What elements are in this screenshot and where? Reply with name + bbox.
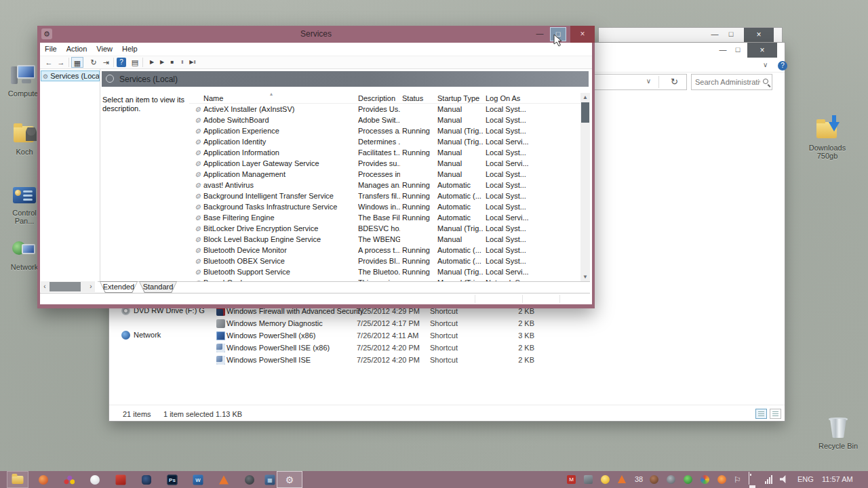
tray-camera-icon[interactable] xyxy=(667,475,675,484)
column-header-name[interactable]: Name xyxy=(203,94,223,102)
export-list-button[interactable]: ⇥ xyxy=(100,57,112,68)
ribbon-expand-icon[interactable]: ∨ xyxy=(763,61,768,68)
service-row[interactable]: BitLocker Drive Encryption Service BDESV… xyxy=(189,223,580,234)
service-row[interactable]: Block Level Backup Engine Service The WB… xyxy=(189,234,580,245)
scrollbar-thumb[interactable] xyxy=(581,102,589,123)
tab-extended[interactable]: Extended xyxy=(100,281,138,293)
menu-item[interactable]: View xyxy=(92,43,117,53)
menu-item[interactable]: File xyxy=(40,43,62,53)
window-title: Services xyxy=(37,29,595,39)
taskbar-vlc-button[interactable] xyxy=(213,471,235,488)
close-button[interactable]: × xyxy=(570,26,595,43)
tray-app-icon[interactable] xyxy=(650,475,658,484)
network-signal-icon[interactable] xyxy=(765,475,774,484)
tray-utorrent-icon[interactable] xyxy=(684,475,692,484)
service-startup-type: Manual xyxy=(437,159,484,167)
service-row[interactable]: Background Intelligent Transfer Service … xyxy=(189,190,580,201)
search-box[interactable] xyxy=(691,74,772,90)
file-row[interactable]: Windows PowerShell (x86) 7/26/2012 4:11 … xyxy=(211,330,686,342)
tray-smiley-icon[interactable] xyxy=(601,475,610,484)
file-row[interactable]: Windows Memory Diagnostic 7/25/2012 4:17… xyxy=(211,318,686,330)
service-row[interactable]: Background Tasks Infrastructure Service … xyxy=(189,201,580,212)
forward-button[interactable]: → xyxy=(55,57,67,68)
tray-adobe-icon[interactable]: M xyxy=(567,475,576,484)
service-row[interactable]: avast! Antivirus Manages an... Running A… xyxy=(189,180,580,190)
minimize-button[interactable]: — xyxy=(532,28,547,41)
scroll-up-icon[interactable]: ▲ xyxy=(580,93,590,102)
column-header-log-on-as[interactable]: Log On As xyxy=(486,94,520,102)
service-gear-icon xyxy=(195,203,203,211)
file-list: Windows Firewall with Advanced Security … xyxy=(211,306,686,367)
close-button[interactable]: × xyxy=(747,43,777,58)
service-row[interactable]: Adobe SwitchBoard Adobe Swit... Manual L… xyxy=(189,115,580,125)
show-console-tree-button[interactable]: ▦ xyxy=(71,57,83,68)
service-row[interactable]: Bluetooth Support Service The Bluetoo...… xyxy=(189,266,580,277)
service-row[interactable]: ActiveX Installer (AxInstSV) Provides Us… xyxy=(189,104,580,115)
service-row[interactable]: Application Layer Gateway Service Provid… xyxy=(189,158,580,169)
column-header-description[interactable]: Description xyxy=(358,94,395,102)
tray-temperature-badge[interactable]: 38 xyxy=(635,475,643,483)
service-row[interactable]: Application Experience Processes a... Ru… xyxy=(189,125,580,136)
service-row[interactable]: Base Filtering Engine The Base Fil... Ru… xyxy=(189,212,580,223)
address-dropdown-icon[interactable]: ∨ xyxy=(646,77,651,85)
service-row[interactable]: Bluetooth Device Monitor A process t... … xyxy=(189,245,580,256)
desktop-icon-downloads[interactable]: Downloads750gb xyxy=(806,119,849,160)
refresh-icon[interactable]: ↻ xyxy=(671,77,678,87)
column-header-startup-type[interactable]: Startup Type xyxy=(437,94,479,102)
clock[interactable]: 11:57 AM xyxy=(822,475,853,483)
taskbar-app-button[interactable] xyxy=(239,471,260,488)
thumbnail-view-button[interactable] xyxy=(770,409,781,419)
word-icon: W xyxy=(193,474,203,485)
horizontal-scrollbar[interactable]: ‹ › xyxy=(41,281,95,292)
restart-service-button[interactable]: ▶‖ xyxy=(186,57,199,68)
maximize-button[interactable]: □ xyxy=(732,44,744,56)
language-indicator[interactable]: ENG xyxy=(797,475,814,483)
details-view-button[interactable] xyxy=(755,409,767,419)
service-row[interactable]: Application Information Facilitates t...… xyxy=(189,147,580,158)
properties-button[interactable]: ▤ xyxy=(129,57,141,68)
maximize-button[interactable]: □ xyxy=(725,30,737,38)
file-row[interactable]: Windows PowerShell ISE 7/25/2012 4:20 PM… xyxy=(211,354,686,367)
back-button[interactable]: ← xyxy=(43,57,55,68)
search-input[interactable] xyxy=(695,75,760,89)
tray-app-icon[interactable] xyxy=(584,475,593,484)
desktop-icon-recycle-bin[interactable]: Recycle Bin xyxy=(816,418,860,450)
minimize-button[interactable]: — xyxy=(717,44,729,56)
menu-item[interactable]: Action xyxy=(62,43,92,53)
close-button[interactable]: × xyxy=(744,28,774,42)
file-row[interactable]: Windows PowerShell ISE (x86) 7/25/2012 4… xyxy=(211,342,686,354)
service-row[interactable]: Bluetooth OBEX Service Provides Bl... Ru… xyxy=(189,256,580,266)
taskbar-services-button-active[interactable]: ⚙ xyxy=(277,471,302,488)
tray-vlc-icon[interactable] xyxy=(618,475,626,483)
taskbar-photoshop-button[interactable]: Ps xyxy=(161,471,183,488)
action-center-flag-icon[interactable]: ⚐ xyxy=(734,475,741,485)
help-button[interactable]: ? xyxy=(117,58,126,67)
taskbar-app-button[interactable] xyxy=(84,471,106,488)
tree-item-services-local[interactable]: ⚙ Services (Loca xyxy=(41,70,100,81)
volume-icon[interactable] xyxy=(780,475,788,483)
scroll-left-icon[interactable]: ‹ xyxy=(41,281,49,292)
scroll-right-icon[interactable]: › xyxy=(87,281,95,292)
tray-app-icon[interactable] xyxy=(717,475,726,484)
scrollbar-thumb[interactable] xyxy=(50,282,81,291)
vertical-scrollbar[interactable]: ▲ ▼ xyxy=(580,93,590,281)
taskbar-app-button[interactable] xyxy=(58,471,80,488)
taskbar-browser-button[interactable] xyxy=(33,471,54,488)
taskbar-app-button[interactable] xyxy=(110,471,132,488)
service-row[interactable]: Application Management Processes in... M… xyxy=(189,169,580,180)
taskbar-app-button[interactable] xyxy=(136,471,157,488)
refresh-button[interactable]: ↻ xyxy=(87,57,100,68)
menu-item[interactable]: Help xyxy=(117,43,142,53)
column-header-status[interactable]: Status xyxy=(402,94,423,102)
tab-standard[interactable]: Standard xyxy=(139,281,177,293)
taskbar-file-explorer-button[interactable] xyxy=(7,471,28,488)
scroll-down-icon[interactable]: ▼ xyxy=(580,272,590,281)
tray-browser-icon[interactable] xyxy=(701,475,709,484)
help-icon[interactable]: ? xyxy=(778,61,787,70)
service-log-on-as: Local Syst... xyxy=(486,116,533,124)
minimize-button[interactable]: — xyxy=(709,30,721,38)
search-icon[interactable] xyxy=(763,79,768,84)
service-row[interactable]: Application Identity Determines ... Manu… xyxy=(189,136,580,147)
service-description: BDESVC ho... xyxy=(358,224,400,232)
taskbar-word-button[interactable]: W xyxy=(187,471,209,488)
